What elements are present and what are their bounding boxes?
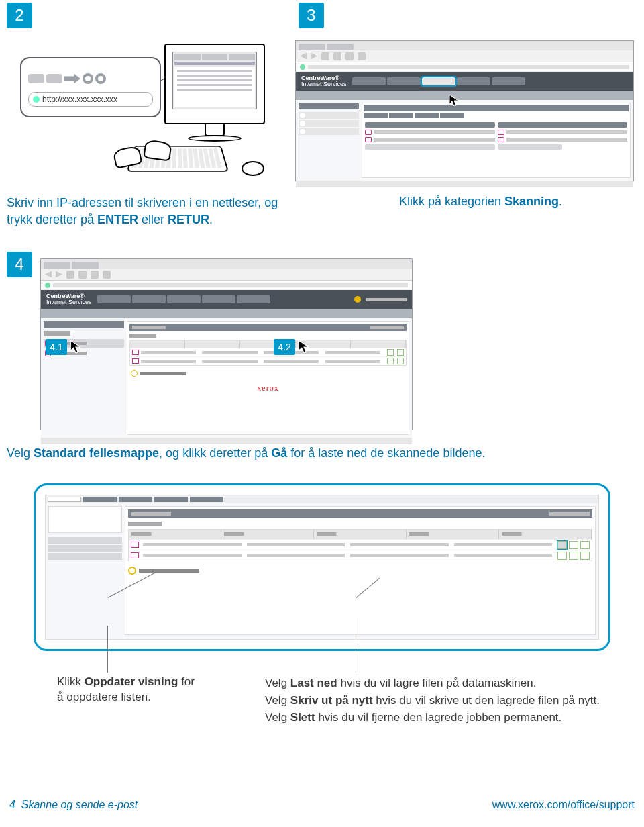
page-footer: 4 Skanne og sende e-post www.xerox.com/o… bbox=[9, 799, 635, 811]
lock-icon bbox=[354, 296, 361, 303]
browser-url-callout: http://xxx.xxx.xxx.xxx bbox=[20, 57, 161, 117]
folder-icon bbox=[365, 130, 372, 135]
page-number: 4 bbox=[9, 799, 15, 810]
table-row[interactable] bbox=[129, 539, 592, 550]
back-icon[interactable] bbox=[300, 53, 307, 60]
address-bar[interactable]: http://xxx.xxx.xxx.xxx bbox=[28, 92, 153, 107]
step-4-browser: CentreWare® Internet Services bbox=[40, 258, 413, 430]
globe-icon bbox=[300, 64, 305, 70]
substep-4-1: 4.1 bbox=[46, 339, 82, 355]
table-row[interactable] bbox=[130, 356, 406, 365]
refresh-icon bbox=[131, 370, 138, 377]
step-3-text: Klikk på kategorien Skanning. bbox=[399, 195, 562, 209]
xerox-logo: xerox bbox=[248, 383, 288, 393]
scan-tab[interactable] bbox=[422, 77, 455, 85]
reload-icon bbox=[95, 73, 106, 84]
centreware-header: CentreWare® Internet Services bbox=[296, 72, 633, 91]
step-row-top: 2 3 bbox=[7, 3, 637, 28]
download-action[interactable] bbox=[557, 541, 567, 549]
step-3-browser: CentreWare® Internet Services bbox=[295, 40, 634, 181]
support-url: www.xerox.com/office/support bbox=[492, 799, 635, 811]
cursor-icon bbox=[70, 340, 82, 354]
step-4-text: Velg Standard fellesmappe, og klikk dere… bbox=[7, 446, 485, 460]
go-button[interactable] bbox=[387, 349, 394, 356]
file-table-detail bbox=[128, 529, 592, 561]
refresh-icon bbox=[128, 567, 136, 575]
step-2-badge: 2 bbox=[7, 3, 32, 28]
forward-icon[interactable] bbox=[311, 53, 317, 60]
delete-action[interactable] bbox=[580, 541, 590, 549]
step-2-illustration: http://xxx.xxx.xxx.xxx bbox=[20, 37, 285, 185]
folder-icon bbox=[131, 542, 139, 548]
refresh-view-detail[interactable] bbox=[128, 567, 592, 575]
file-table bbox=[129, 340, 407, 366]
callout-line-actions bbox=[356, 618, 356, 673]
cursor-icon bbox=[298, 340, 310, 354]
actions-instructions: Velg Last ned hvis du vil lagre filen på… bbox=[265, 675, 600, 726]
table-row[interactable] bbox=[130, 348, 406, 356]
reprint-action[interactable] bbox=[569, 541, 578, 549]
step-3-badge: 3 bbox=[299, 3, 324, 28]
url-text: http://xxx.xxx.xxx.xxx bbox=[42, 95, 117, 104]
page-title: Skanne og sende e-post bbox=[21, 799, 138, 810]
substep-4-2: 4.2 bbox=[274, 339, 310, 355]
home-button[interactable] bbox=[345, 52, 354, 60]
refresh-view[interactable] bbox=[131, 370, 407, 377]
callout-line-refresh bbox=[107, 626, 108, 673]
table-row[interactable] bbox=[129, 550, 592, 561]
cursor-icon bbox=[449, 94, 460, 107]
reload-button[interactable] bbox=[321, 52, 329, 60]
step-2-text: Skriv inn IP-adressen til skriveren i en… bbox=[7, 195, 282, 228]
stop-button[interactable] bbox=[333, 52, 341, 60]
detail-panel bbox=[34, 483, 610, 651]
sidebar bbox=[44, 321, 124, 435]
refresh-instruction: Klikk Oppdater visning for å oppdatere l… bbox=[57, 675, 198, 706]
globe-icon bbox=[33, 96, 40, 103]
mouse-icon bbox=[241, 161, 264, 176]
stop-icon bbox=[83, 73, 93, 84]
forward-arrow-icon bbox=[64, 72, 80, 85]
step-4-badge: 4 bbox=[7, 252, 32, 277]
